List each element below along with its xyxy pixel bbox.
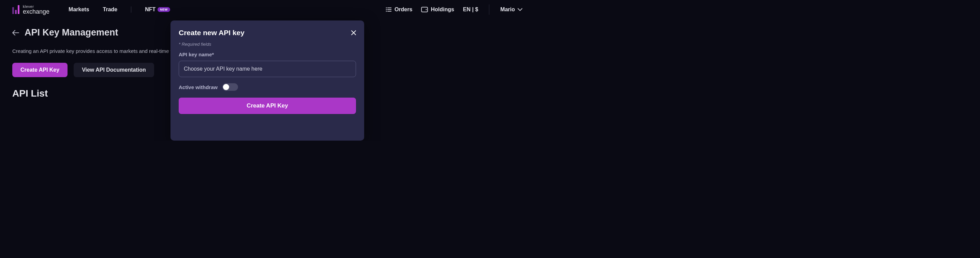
toggle-knob [223,84,229,90]
svg-rect-1 [387,8,391,8]
chevron-down-icon [518,8,522,11]
modal-create-button[interactable]: Create API Key [179,97,356,114]
nav-markets[interactable]: Markets [68,6,89,13]
new-badge: NEW [158,7,170,12]
brand-logo[interactable]: klever exchange [12,5,49,15]
nav-nft[interactable]: NFT NEW [145,6,170,13]
svg-point-2 [386,9,387,10]
logo-text: klever exchange [23,5,49,15]
active-withdraw-row: Active withdraw [179,83,356,91]
close-icon [351,30,356,35]
main-nav: Markets Trade NFT NEW [68,6,170,13]
logo-mark-icon [12,5,19,14]
page-title: API Key Management [25,27,118,38]
close-button[interactable] [351,30,356,35]
nav-trade[interactable]: Trade [103,6,118,13]
svg-point-7 [426,9,427,10]
active-withdraw-toggle[interactable] [222,83,238,91]
wallet-icon [421,7,428,12]
api-key-name-input[interactable] [179,61,356,77]
locale-selector[interactable]: EN | $ [463,6,479,13]
modal-header: Create new API key [179,29,356,37]
user-name: Mario [500,6,515,13]
brand-bottom: exchange [23,8,49,15]
create-api-key-modal: Create new API key * Required fields API… [170,21,364,140]
svg-point-0 [386,8,387,8]
arrow-left-icon [12,30,19,35]
required-fields-note: * Required fields [179,41,356,47]
app-header: klever exchange Markets Trade NFT NEW Or… [0,0,535,19]
svg-point-4 [386,11,387,12]
nav-nft-label: NFT [145,6,156,13]
brand-top: klever [23,5,49,8]
orders-label: Orders [395,6,412,13]
user-menu[interactable]: Mario [500,6,522,13]
view-docs-button[interactable]: View API Documentation [74,63,154,77]
svg-rect-5 [387,11,391,11]
svg-rect-3 [387,9,391,10]
back-button[interactable] [12,30,19,35]
nav-divider [131,6,131,13]
modal-title: Create new API key [179,29,245,37]
header-right: Orders Holdings EN | $ Mario [386,5,522,15]
list-icon [386,7,392,12]
locale-label: EN | $ [463,6,479,13]
orders-link[interactable]: Orders [386,6,412,13]
active-withdraw-label: Active withdraw [179,84,218,90]
holdings-label: Holdings [431,6,454,13]
holdings-link[interactable]: Holdings [421,6,454,13]
header-divider [489,5,489,15]
api-key-name-label: API key name* [179,51,356,57]
create-api-key-button[interactable]: Create API Key [12,63,67,77]
